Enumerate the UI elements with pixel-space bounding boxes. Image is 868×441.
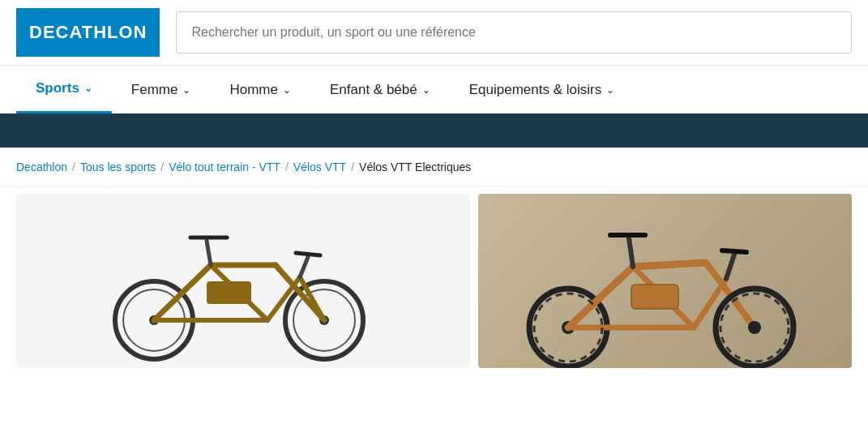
svg-line-15: [300, 257, 308, 277]
chevron-down-icon: ⌄: [283, 84, 291, 96]
breadcrumb-separator: /: [351, 161, 354, 173]
breadcrumb-link-velos-vtt[interactable]: Vélos VTT: [293, 161, 346, 173]
header: DECATHLON: [0, 0, 868, 66]
svg-rect-17: [207, 281, 251, 304]
product-image-right: [478, 194, 852, 368]
svg-line-12: [207, 241, 211, 265]
breadcrumb-link-decathlon[interactable]: Decathlon: [16, 161, 67, 173]
promo-banner: [0, 115, 868, 148]
chevron-down-icon: ⌄: [422, 84, 430, 96]
product-card-left[interactable]: [16, 194, 470, 368]
product-card-right[interactable]: [478, 194, 852, 368]
logo[interactable]: DECATHLON: [16, 8, 160, 57]
nav-label-sports: Sports: [36, 80, 79, 96]
nav-item-equipements[interactable]: Equipements & loisirs ⌄: [450, 67, 634, 113]
chevron-down-icon: ⌄: [84, 83, 92, 94]
nav-item-enfant[interactable]: Enfant & bébé ⌄: [310, 67, 450, 113]
nav-label-enfant: Enfant & bébé: [330, 82, 417, 98]
svg-line-30: [726, 255, 734, 279]
search-input[interactable]: [176, 11, 852, 54]
breadcrumb-separator: /: [160, 161, 164, 173]
nav-label-femme: Femme: [131, 82, 178, 98]
logo-text: DECATHLON: [29, 22, 147, 43]
svg-line-31: [722, 250, 746, 252]
chevron-down-icon: ⌄: [606, 84, 614, 96]
breadcrumb-current: Vélos VTT Electriques: [359, 161, 471, 173]
svg-point-27: [748, 321, 761, 334]
breadcrumb-separator: /: [72, 161, 75, 173]
main-nav: Sports ⌄ Femme ⌄ Homme ⌄ Enfant & bébé ⌄…: [0, 66, 868, 115]
nav-item-femme[interactable]: Femme ⌄: [112, 67, 211, 113]
product-listing: [0, 194, 868, 368]
nav-item-sports[interactable]: Sports ⌄: [16, 66, 112, 113]
product-image-left: [16, 194, 470, 368]
breadcrumb-link-velo-vtt[interactable]: Vélo tout terrain - VTT: [169, 161, 280, 173]
svg-line-21: [633, 263, 706, 267]
chevron-down-icon: ⌄: [182, 84, 190, 96]
svg-line-6: [154, 265, 211, 320]
svg-line-28: [629, 238, 633, 267]
breadcrumb-separator: /: [285, 161, 289, 173]
nav-label-equipements: Equipements & loisirs: [469, 82, 601, 98]
breadcrumb-link-tous-les-sports[interactable]: Tous les sports: [80, 161, 156, 173]
svg-rect-32: [631, 285, 678, 309]
svg-line-16: [296, 253, 320, 255]
nav-label-homme: Homme: [229, 82, 278, 98]
nav-item-homme[interactable]: Homme ⌄: [210, 67, 310, 113]
breadcrumb: Decathlon / Tous les sports / Vélo tout …: [0, 148, 868, 187]
svg-line-20: [568, 267, 633, 328]
